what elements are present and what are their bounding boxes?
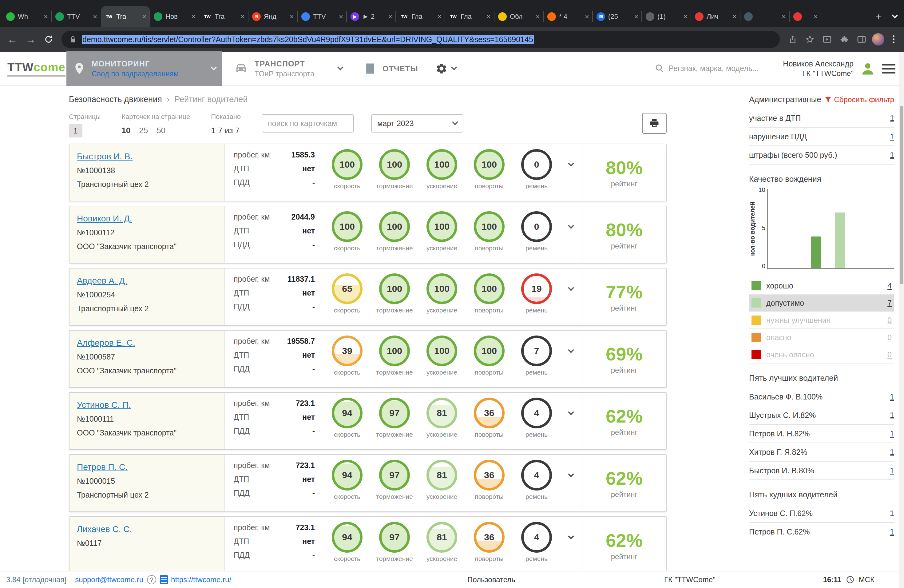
app-logo[interactable]: TTWcome bbox=[0, 61, 64, 77]
legend-count-link[interactable]: 0 bbox=[887, 316, 892, 325]
address-bar[interactable]: demo.ttwcome.ru/tis/servlet/Controller?A… bbox=[62, 31, 780, 48]
driver-count-link[interactable]: 1 bbox=[890, 466, 894, 475]
browser-tab[interactable]: × bbox=[790, 6, 822, 27]
tab-close-icon[interactable]: × bbox=[93, 12, 97, 21]
driver-name-link[interactable]: Быстров И. В. bbox=[77, 152, 133, 161]
per-page-option[interactable]: 50 bbox=[156, 126, 166, 135]
per-page-option[interactable]: 25 bbox=[139, 126, 148, 135]
nav-transport[interactable]: ТРАНСПОРТ ТОиР транспорта bbox=[227, 51, 349, 86]
reload-button[interactable] bbox=[42, 33, 55, 46]
browser-tab[interactable]: TTV × bbox=[298, 6, 347, 27]
driver-count-link[interactable]: 1 bbox=[890, 429, 894, 438]
forward-button[interactable]: → bbox=[24, 33, 38, 46]
card-search-input[interactable] bbox=[262, 114, 354, 133]
driver-count-link[interactable]: 1 bbox=[890, 448, 894, 457]
driver-count-link[interactable]: 1 bbox=[890, 509, 894, 518]
browser-tab[interactable]: * 4 × bbox=[544, 6, 593, 27]
back-button[interactable]: ← bbox=[5, 33, 20, 46]
legend-count-link[interactable]: 4 bbox=[887, 281, 892, 290]
browser-tab[interactable]: TW Tra × bbox=[199, 6, 248, 27]
worst-driver-row[interactable]: Петров П. С.62% 1 bbox=[749, 523, 894, 541]
best-driver-row[interactable]: Петров И. Н.82% 1 bbox=[749, 425, 894, 443]
user-avatar-icon[interactable] bbox=[860, 60, 876, 77]
settings-menu[interactable] bbox=[434, 62, 456, 75]
scrollbar-thumb[interactable] bbox=[900, 106, 903, 284]
tab-close-icon[interactable]: × bbox=[388, 12, 392, 21]
browser-tab[interactable]: Лич × bbox=[691, 6, 740, 27]
browser-tab[interactable]: TTV × bbox=[52, 6, 101, 27]
driver-count-link[interactable]: 1 bbox=[890, 528, 894, 536]
help-icon[interactable]: ? bbox=[147, 575, 156, 584]
tab-close-icon[interactable]: × bbox=[782, 12, 786, 21]
driver-name-link[interactable]: Новиков И. Д. bbox=[77, 214, 132, 224]
support-email-link[interactable]: support@ttwcome.ru bbox=[75, 575, 143, 584]
legend-count-link[interactable]: 7 bbox=[887, 299, 892, 308]
browser-tab[interactable]: TW Гла × bbox=[396, 6, 445, 27]
admin-filter-row[interactable]: штрафы (всего 500 руб.) 1 bbox=[749, 146, 894, 164]
tab-close-icon[interactable]: × bbox=[142, 12, 146, 21]
extensions-puzzle-icon[interactable] bbox=[838, 33, 851, 46]
best-driver-row[interactable]: Хитров Г. Я.82% 1 bbox=[749, 443, 894, 462]
best-driver-row[interactable]: Быстров И. В.80% 1 bbox=[749, 462, 894, 480]
tab-close-icon[interactable]: × bbox=[536, 12, 540, 21]
legend-row[interactable]: очень опасно 0 bbox=[749, 346, 894, 364]
bookmark-star-icon[interactable] bbox=[803, 33, 817, 46]
legend-row[interactable]: хорошо 4 bbox=[749, 277, 894, 295]
print-button[interactable] bbox=[642, 113, 667, 134]
per-page-option[interactable]: 10 bbox=[122, 126, 130, 135]
legend-row[interactable]: допустимо 7 bbox=[749, 295, 894, 312]
best-driver-row[interactable]: Шустрых С. И.82% 1 bbox=[749, 406, 894, 425]
legend-count-link[interactable]: 0 bbox=[887, 350, 892, 359]
tab-close-icon[interactable]: × bbox=[290, 12, 294, 21]
browser-tab[interactable]: (1) × bbox=[642, 6, 691, 27]
tab-close-icon[interactable]: × bbox=[683, 12, 687, 21]
side-panel-icon[interactable] bbox=[855, 33, 868, 46]
tab-overflow-chevron-icon[interactable] bbox=[888, 9, 902, 25]
tab-close-icon[interactable]: × bbox=[634, 12, 638, 21]
legend-count-link[interactable]: 0 bbox=[887, 333, 892, 342]
filter-count-link[interactable]: 1 bbox=[890, 132, 894, 141]
site-url-link[interactable]: https://ttwcome.ru/ bbox=[171, 575, 231, 584]
reset-filter-link[interactable]: Сбросить фильтр bbox=[824, 95, 894, 104]
browser-tab[interactable]: ✉ (25 × bbox=[593, 6, 642, 27]
driver-name-link[interactable]: Алферов Е. С. bbox=[77, 338, 135, 348]
tab-close-icon[interactable]: × bbox=[732, 12, 737, 21]
tab-close-icon[interactable]: × bbox=[240, 12, 245, 21]
new-tab-button[interactable]: + bbox=[871, 9, 887, 25]
app-menu-icon[interactable] bbox=[882, 62, 895, 76]
browser-tab[interactable]: Обл × bbox=[495, 6, 544, 27]
tab-close-icon[interactable]: × bbox=[437, 12, 441, 21]
admin-filter-row[interactable]: участие в ДТП 1 bbox=[749, 109, 894, 128]
browser-tab[interactable]: × bbox=[740, 6, 790, 27]
driver-count-link[interactable]: 1 bbox=[890, 392, 894, 401]
best-driver-row[interactable]: Васильев Ф. В.100% 1 bbox=[749, 388, 894, 406]
tab-close-icon[interactable]: × bbox=[191, 12, 196, 21]
url-text[interactable]: demo.ttwcome.ru/tis/servlet/Controller?A… bbox=[82, 35, 534, 44]
browser-menu-icon[interactable] bbox=[888, 35, 899, 43]
driver-name-link[interactable]: Устинов С. П. bbox=[77, 400, 131, 410]
driver-name-link[interactable]: Лихачев С. С. bbox=[77, 524, 132, 534]
media-control-icon[interactable] bbox=[820, 33, 834, 46]
breadcrumb-parent[interactable]: Безопасность движения bbox=[69, 95, 162, 104]
filter-count-link[interactable]: 1 bbox=[890, 114, 894, 123]
browser-tab[interactable]: Я Янд × bbox=[248, 6, 298, 27]
tab-close-icon[interactable]: × bbox=[487, 12, 491, 21]
filter-count-link[interactable]: 1 bbox=[890, 151, 894, 160]
tab-close-icon[interactable]: × bbox=[585, 12, 589, 21]
browser-tab[interactable]: TW Tra × bbox=[101, 6, 150, 27]
share-icon[interactable] bbox=[786, 33, 800, 46]
legend-row[interactable]: нужны улучшения 0 bbox=[749, 312, 894, 329]
browser-tab[interactable]: Wh × bbox=[2, 6, 52, 27]
profile-avatar[interactable] bbox=[872, 33, 884, 46]
driver-name-link[interactable]: Авдеев А. Д. bbox=[77, 276, 127, 286]
month-select[interactable]: март 2023 bbox=[371, 114, 463, 133]
driver-count-link[interactable]: 1 bbox=[890, 411, 894, 420]
nav-reports[interactable]: ОТЧЕТЫ bbox=[357, 51, 424, 86]
legend-row[interactable]: опасно 0 bbox=[749, 329, 894, 346]
tab-close-icon[interactable]: × bbox=[814, 12, 818, 21]
browser-tab[interactable]: Нов × bbox=[150, 6, 199, 27]
browser-tab[interactable]: TW Гла × bbox=[445, 6, 495, 27]
page-number-button[interactable]: 1 bbox=[69, 124, 82, 138]
tab-close-icon[interactable]: × bbox=[339, 12, 343, 21]
driver-name-link[interactable]: Петров П. С. bbox=[77, 462, 128, 472]
